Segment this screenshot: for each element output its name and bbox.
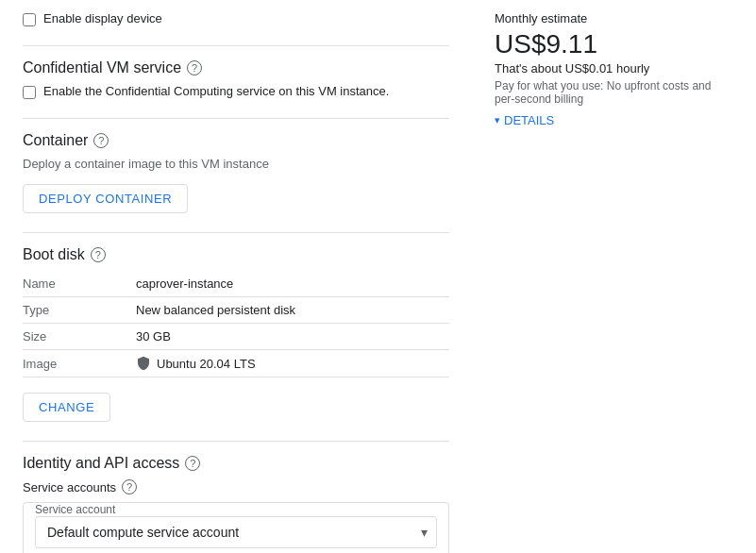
confidential-computing-label: Enable the Confidential Computing servic… (43, 84, 389, 98)
shield-icon (136, 356, 151, 371)
container-title: Container (23, 132, 88, 149)
enable-display-device-label: Enable display device (43, 11, 162, 25)
container-description: Deploy a container image to this VM inst… (23, 157, 449, 171)
confidential-vm-title: Confidential VM service (23, 59, 181, 76)
deploy-container-button[interactable]: DEPLOY CONTAINER (23, 184, 188, 213)
details-link[interactable]: ▾ DETAILS (495, 113, 714, 127)
price-note: Pay for what you use: No upfront costs a… (495, 79, 714, 106)
service-account-fieldset: Service account Default compute service … (23, 502, 449, 553)
disk-row-label: Name (23, 271, 136, 297)
table-row: TypeNew balanced persistent disk (23, 297, 449, 324)
container-help-icon[interactable]: ? (93, 133, 109, 148)
change-button[interactable]: CHANGE (23, 393, 110, 422)
enable-display-device-checkbox[interactable] (23, 13, 36, 26)
boot-disk-help-icon[interactable]: ? (91, 247, 106, 262)
disk-row-value: caprover-instance (136, 271, 449, 297)
disk-row-label: Size (23, 324, 136, 350)
confidential-vm-help-icon[interactable]: ? (187, 60, 202, 75)
service-account-select[interactable]: Default compute service account (35, 516, 437, 548)
table-row: ImageUbuntu 20.04 LTS (23, 350, 449, 377)
disk-row-value: 30 GB (136, 324, 449, 350)
confidential-computing-checkbox[interactable] (23, 86, 36, 99)
service-accounts-label: Service accounts (23, 480, 116, 494)
identity-api-title: Identity and API access (23, 455, 179, 472)
table-row: Size30 GB (23, 324, 449, 350)
disk-row-label: Type (23, 297, 136, 324)
table-row: Namecaprover-instance (23, 271, 449, 297)
boot-disk-table: Namecaprover-instanceTypeNew balanced pe… (23, 271, 449, 377)
identity-api-help-icon[interactable]: ? (185, 456, 200, 471)
boot-disk-title: Boot disk (23, 246, 85, 263)
price-display: US$9.11 (495, 29, 714, 59)
service-account-legend: Service account (31, 503, 437, 516)
service-accounts-help-icon[interactable]: ? (122, 479, 137, 494)
chevron-down-icon: ▾ (495, 114, 500, 126)
disk-row-label: Image (23, 350, 136, 377)
disk-row-value: New balanced persistent disk (136, 297, 449, 324)
disk-row-value: Ubuntu 20.04 LTS (136, 350, 449, 377)
price-hourly: That's about US$0.01 hourly (495, 61, 714, 75)
details-label: DETAILS (504, 113, 554, 127)
monthly-estimate-label: Monthly estimate (495, 11, 714, 25)
